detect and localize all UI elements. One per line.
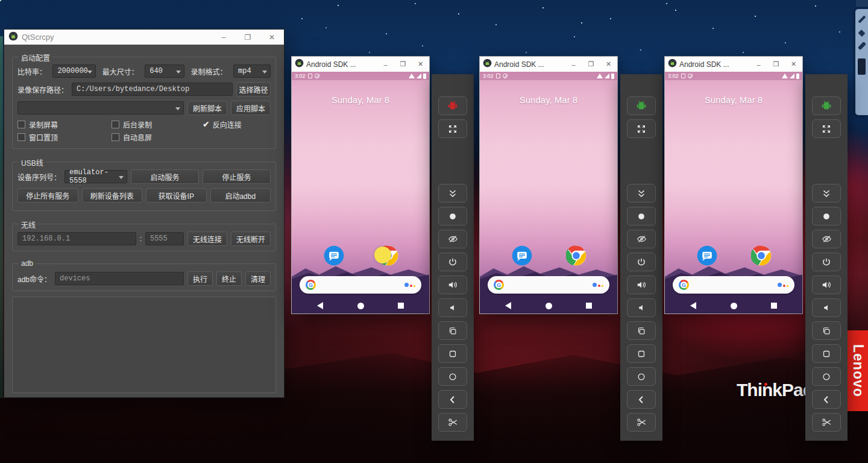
color-swatch-icon[interactable] — [858, 58, 866, 75]
log-output[interactable] — [12, 297, 276, 393]
stop-all-services-button[interactable]: 停止所有服务 — [17, 188, 78, 203]
toolbar-android-head-button[interactable] — [438, 96, 467, 115]
toolbar-screen-off-button[interactable] — [438, 230, 467, 248]
chrome-app-icon[interactable] — [378, 245, 398, 266]
minimize-button[interactable]: – — [750, 57, 767, 72]
script-combo[interactable] — [17, 101, 184, 115]
toolbar-android-head-button[interactable] — [627, 96, 656, 115]
close-button[interactable]: ✕ — [412, 57, 429, 72]
minimize-button[interactable]: – — [565, 57, 582, 72]
eraser-icon[interactable] — [858, 30, 865, 37]
close-button[interactable]: ✕ — [260, 30, 284, 45]
toolbar-expand-more-button[interactable] — [438, 184, 467, 203]
toolbar-volume-up-button[interactable] — [627, 276, 656, 294]
toolbar-expand-more-button[interactable] — [812, 184, 841, 203]
toolbar-expand-more-button[interactable] — [627, 184, 656, 203]
clear-button[interactable]: 清理 — [245, 271, 271, 286]
apply-script-button[interactable]: 应用脚本 — [231, 101, 271, 115]
toolbar-home-button[interactable] — [438, 367, 467, 386]
bitrate-combo[interactable]: 2000000 — [52, 65, 96, 78]
wireless-port-input[interactable]: 5555 — [145, 232, 184, 245]
toolbar-volume-down-button[interactable] — [438, 298, 467, 317]
pencil-icon[interactable] — [858, 16, 866, 24]
phone-screen[interactable]: 3:02Sunday, Mar 8G — [665, 72, 802, 313]
execute-button[interactable]: 执行 — [187, 271, 213, 286]
toolbar-menu-button[interactable] — [812, 344, 841, 363]
recents-icon[interactable] — [771, 303, 777, 309]
toolbar-fullscreen-button[interactable] — [812, 119, 841, 138]
maximize-button[interactable]: ❐ — [394, 57, 412, 72]
auto-screen-off-checkbox[interactable]: 自动息屏 — [112, 132, 152, 142]
toolbar-app-switch-button[interactable] — [812, 321, 841, 340]
stop-service-button[interactable]: 停止服务 — [203, 169, 271, 184]
back-icon[interactable] — [317, 302, 323, 309]
messages-app-icon[interactable] — [512, 245, 532, 266]
toolbar-screenshot-button[interactable] — [812, 413, 841, 432]
toolbar-back-button[interactable] — [812, 390, 841, 409]
toolbar-power-button[interactable] — [438, 253, 467, 271]
toolbar-home-button[interactable] — [627, 367, 656, 386]
chrome-app-icon[interactable] — [751, 245, 772, 266]
refresh-script-button[interactable]: 刷新脚本 — [187, 101, 227, 115]
toolbar-screen-off-button[interactable] — [812, 230, 841, 248]
device-serial-combo[interactable]: emulator-5558 — [64, 170, 127, 183]
toolbar-volume-up-button[interactable] — [812, 276, 841, 294]
start-adbd-button[interactable]: 启动adbd — [210, 188, 271, 203]
google-search-bar[interactable]: G — [673, 276, 794, 294]
messages-app-icon[interactable] — [324, 245, 344, 266]
close-button[interactable]: ✕ — [785, 57, 802, 72]
chrome-app-icon[interactable] — [566, 245, 587, 266]
toolbar-menu-button[interactable] — [438, 344, 467, 363]
toolbar-power-button[interactable] — [627, 253, 656, 271]
select-path-button[interactable]: 选择路径 — [236, 82, 271, 96]
max-size-combo[interactable]: 640 — [145, 65, 184, 78]
ink-toolbar[interactable] — [855, 9, 868, 115]
toolbar-menu-button[interactable] — [627, 344, 656, 363]
google-search-bar[interactable]: G — [488, 276, 609, 294]
home-icon[interactable] — [357, 303, 364, 309]
refresh-device-list-button[interactable]: 刷新设备列表 — [82, 188, 143, 203]
home-icon[interactable] — [731, 303, 737, 309]
toolbar-back-button[interactable] — [438, 390, 467, 409]
close-button[interactable]: ✕ — [600, 57, 617, 72]
record-format-combo[interactable]: mp4 — [233, 65, 271, 78]
terminate-button[interactable]: 终止 — [216, 271, 242, 286]
minimize-button[interactable]: – — [212, 30, 236, 45]
recents-icon[interactable] — [586, 303, 592, 309]
toolbar-app-switch-button[interactable] — [627, 321, 656, 340]
toolbar-fullscreen-button[interactable] — [627, 119, 656, 138]
toolbar-android-head-button[interactable] — [812, 96, 841, 115]
maximize-button[interactable]: ❐ — [582, 57, 600, 72]
toolbar-screen-off-button[interactable] — [627, 230, 656, 248]
reverse-connect-checkbox[interactable]: ✔ 反向连接 — [203, 119, 242, 130]
get-device-ip-button[interactable]: 获取设备IP — [146, 188, 207, 203]
toolbar-touch-button[interactable] — [438, 207, 467, 225]
toolbar-fullscreen-button[interactable] — [438, 119, 467, 138]
toolbar-touch-button[interactable] — [812, 207, 841, 225]
toolbar-back-button[interactable] — [627, 390, 656, 409]
toolbar-volume-down-button[interactable] — [812, 298, 841, 317]
toolbar-screenshot-button[interactable] — [438, 413, 467, 432]
window-topmost-checkbox[interactable]: 窗口置顶 — [17, 132, 108, 142]
maximize-button[interactable]: ❐ — [236, 30, 260, 45]
back-icon[interactable] — [690, 302, 696, 309]
adb-command-input[interactable]: devices — [55, 272, 184, 285]
phone-screen[interactable]: 3:02Sunday, Mar 8G — [292, 72, 429, 313]
maximize-button[interactable]: ❐ — [767, 57, 785, 72]
toolbar-touch-button[interactable] — [627, 207, 656, 225]
messages-app-icon[interactable] — [697, 245, 717, 266]
phone-screen[interactable]: 3:02Sunday, Mar 8G — [480, 72, 617, 313]
wireless-disconnect-button[interactable]: 无线断开 — [231, 232, 271, 246]
save-path-input[interactable]: C:/Users/bytedance/Desktop — [72, 83, 233, 96]
toolbar-screenshot-button[interactable] — [627, 413, 656, 432]
toolbar-home-button[interactable] — [812, 367, 841, 386]
recents-icon[interactable] — [398, 303, 404, 309]
record-screen-checkbox[interactable]: 录制屏幕 — [17, 119, 108, 130]
minimize-button[interactable]: – — [377, 57, 394, 72]
wireless-ip-input[interactable]: 192.168.0.1 — [17, 232, 136, 245]
google-search-bar[interactable]: G — [300, 276, 421, 294]
toolbar-volume-down-button[interactable] — [627, 298, 656, 317]
marker-icon[interactable] — [857, 42, 866, 50]
background-record-checkbox[interactable]: 后台录制 — [112, 119, 199, 130]
toolbar-power-button[interactable] — [812, 253, 841, 271]
